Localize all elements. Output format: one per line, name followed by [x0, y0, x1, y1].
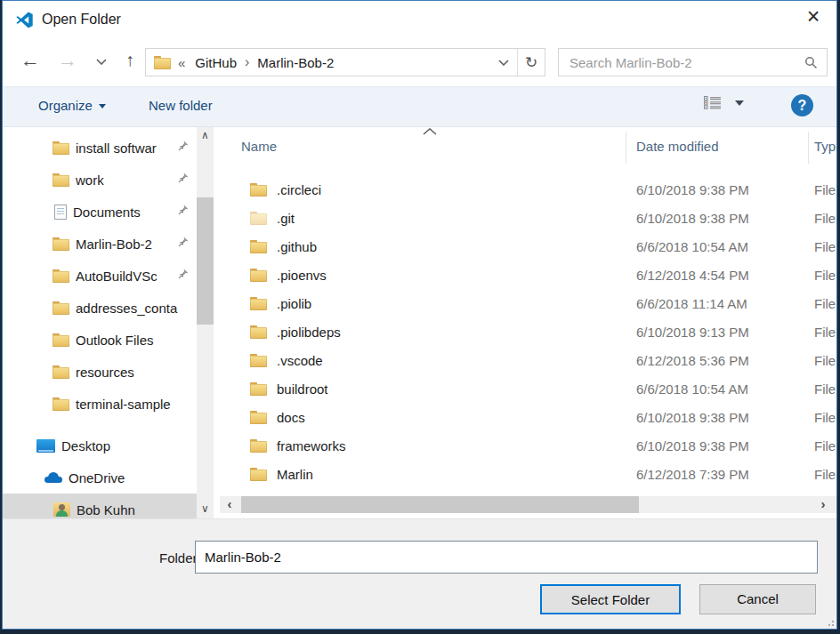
sidebar-item[interactable]: Desktop: [3, 429, 197, 461]
folder-icon: [250, 439, 267, 453]
file-date-modified: 6/6/2018 10:54 AM: [636, 381, 748, 397]
sidebar-item[interactable]: Documents: [3, 196, 197, 228]
file-row[interactable]: .vscode 6/12/2018 5:36 PM File: [220, 347, 836, 375]
sidebar-item[interactable]: install softwar: [3, 132, 197, 164]
folder-icon: [250, 411, 267, 424]
vscode-icon: [14, 10, 35, 30]
file-row[interactable]: .git 6/10/2018 9:38 PM File: [220, 205, 836, 233]
sidebar-scrollbar[interactable]: ∧ ∨: [197, 127, 214, 518]
address-dropdown-icon[interactable]: [490, 49, 517, 76]
history-dropdown-icon[interactable]: [88, 59, 115, 65]
file-row[interactable]: .circleci 6/10/2018 9:38 PM File: [220, 176, 836, 205]
sidebar-item-label: Desktop: [61, 438, 197, 453]
pin-icon[interactable]: [177, 237, 189, 248]
desktop-icon: [36, 439, 55, 453]
file-name: .pioenvs: [277, 268, 327, 283]
file-name: buildroot: [277, 381, 328, 397]
command-toolbar: Organize New folder ?: [3, 86, 836, 127]
file-date-modified: 6/10/2018 9:38 PM: [636, 410, 749, 425]
cancel-button[interactable]: Cancel: [699, 584, 816, 614]
search-input[interactable]: [559, 55, 796, 70]
scroll-up-icon[interactable]: ∧: [197, 127, 214, 143]
file-date-modified: 6/10/2018 9:38 PM: [636, 182, 749, 197]
file-type: File: [814, 211, 836, 226]
sidebar-scrollbar-thumb[interactable]: [197, 197, 214, 325]
view-mode-button[interactable]: [704, 96, 744, 109]
folder-icon: [52, 333, 69, 347]
scroll-down-icon[interactable]: ∨: [197, 501, 214, 517]
sidebar-tree: install softwar work Documents Marlin-Bo…: [3, 127, 197, 518]
file-type: File: [814, 381, 836, 397]
sidebar-item[interactable]: Outlook Files: [3, 324, 197, 356]
sidebar-item[interactable]: resources: [3, 356, 197, 388]
back-button[interactable]: ←: [17, 49, 44, 72]
pin-icon[interactable]: [177, 269, 189, 280]
sidebar-item[interactable]: OneDrive: [3, 461, 197, 494]
sidebar-item-label: OneDrive: [69, 470, 197, 486]
folder-icon: [250, 354, 267, 367]
resize-grip[interactable]: [825, 617, 834, 626]
folder-name-input[interactable]: [195, 541, 818, 574]
new-folder-button[interactable]: New folder: [149, 98, 213, 113]
file-type: File: [814, 239, 836, 254]
refresh-button[interactable]: ↻: [518, 49, 545, 76]
search-box: [558, 48, 828, 76]
file-row[interactable]: Marlin 6/12/2018 7:39 PM File: [220, 461, 836, 489]
breadcrumb-github[interactable]: GitHub: [193, 55, 238, 70]
sidebar-item-label: terminal-sample: [76, 397, 197, 412]
select-folder-button[interactable]: Select Folder: [540, 584, 681, 614]
file-name: .vscode: [277, 353, 323, 368]
file-row[interactable]: .github 6/6/2018 10:54 AM File: [220, 233, 836, 261]
file-row[interactable]: frameworks 6/10/2018 9:38 PM File: [220, 432, 836, 461]
file-row[interactable]: .pioenvs 6/12/2018 4:54 PM File: [220, 261, 836, 290]
sidebar-item[interactable]: work: [3, 164, 197, 196]
sidebar-item[interactable]: AutoBuildVSc: [3, 260, 197, 292]
help-button[interactable]: ?: [791, 94, 813, 116]
file-row[interactable]: .piolibdeps 6/10/2018 9:13 PM File: [220, 318, 836, 347]
folder-icon: [250, 240, 267, 253]
file-row[interactable]: docs 6/10/2018 9:38 PM File: [220, 404, 836, 432]
folder-icon: [52, 269, 69, 283]
search-icon[interactable]: [804, 56, 818, 69]
column-header-name[interactable]: Name: [241, 139, 277, 154]
view-caret-icon: [735, 100, 744, 106]
scroll-right-icon[interactable]: ›: [815, 496, 831, 513]
file-type: File: [814, 325, 836, 340]
column-header-type[interactable]: Type: [814, 139, 836, 154]
folder-icon: [52, 301, 69, 315]
sidebar-item[interactable]: addresses_conta: [3, 292, 197, 324]
file-date-modified: 6/10/2018 9:13 PM: [636, 325, 749, 340]
file-date-modified: 6/12/2018 4:54 PM: [636, 268, 749, 283]
breadcrumb-marlin-bob-2[interactable]: Marlin-Bob-2: [255, 55, 335, 70]
up-button[interactable]: ↑: [117, 50, 143, 70]
sort-ascending-icon: [423, 128, 437, 135]
horizontal-scrollbar-thumb[interactable]: [241, 496, 639, 513]
sidebar-item[interactable]: Bob Kuhn: [3, 494, 197, 518]
column-separator[interactable]: [808, 132, 809, 164]
folder-icon: [52, 173, 69, 187]
close-button[interactable]: ×: [799, 3, 828, 31]
folder-icon: [250, 183, 267, 197]
horizontal-scrollbar[interactable]: ‹ ›: [220, 496, 836, 513]
organize-button[interactable]: Organize: [38, 98, 106, 113]
file-row[interactable]: .piolib 6/6/2018 11:14 AM File: [220, 290, 836, 318]
file-list: Name Date modified Type .circleci 6/10/2…: [220, 127, 836, 518]
pin-icon[interactable]: [177, 205, 189, 216]
sidebar-item[interactable]: Marlin-Bob-2: [3, 228, 197, 260]
pin-icon[interactable]: [177, 140, 189, 152]
file-date-modified: 6/12/2018 7:39 PM: [636, 467, 749, 482]
column-header-date-modified[interactable]: Date modified: [636, 139, 719, 154]
sidebar-item[interactable]: terminal-sample: [3, 388, 197, 420]
documents-icon: [54, 205, 67, 220]
breadcrumb-separator-icon[interactable]: ›: [245, 54, 249, 70]
column-separator[interactable]: [626, 132, 626, 164]
file-date-modified: 6/10/2018 9:38 PM: [636, 438, 749, 453]
file-row[interactable]: buildroot 6/6/2018 10:54 AM File: [220, 375, 836, 404]
file-type: File: [814, 410, 836, 425]
scroll-left-icon[interactable]: ‹: [222, 496, 238, 513]
navigation-bar: ← → ↑ « GitHub › Marlin-Bob-2 ↻: [3, 42, 836, 86]
pin-icon[interactable]: [177, 173, 189, 184]
breadcrumb-collapsed[interactable]: «: [178, 55, 185, 70]
address-bar[interactable]: « GitHub › Marlin-Bob-2 ↻: [145, 48, 545, 76]
window-title: Open Folder: [42, 12, 121, 28]
